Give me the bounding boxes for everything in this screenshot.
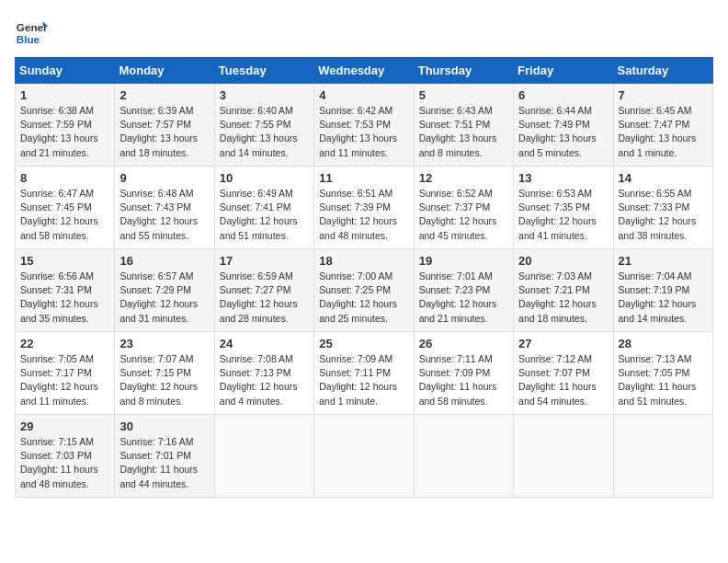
day-info: Sunrise: 7:11 AM Sunset: 7:09 PM Dayligh… <box>419 352 508 408</box>
calendar-week-row: 29Sunrise: 7:15 AM Sunset: 7:03 PM Dayli… <box>16 415 713 498</box>
calendar-week-row: 15Sunrise: 6:56 AM Sunset: 7:31 PM Dayli… <box>16 249 713 332</box>
calendar-cell: 7Sunrise: 6:45 AM Sunset: 7:47 PM Daylig… <box>613 84 712 167</box>
day-header-thursday: Thursday <box>414 58 513 84</box>
calendar-cell: 9Sunrise: 6:48 AM Sunset: 7:43 PM Daylig… <box>115 167 214 249</box>
calendar-cell: 4Sunrise: 6:42 AM Sunset: 7:53 PM Daylig… <box>314 84 414 167</box>
calendar-cell: 23Sunrise: 7:07 AM Sunset: 7:15 PM Dayli… <box>115 332 214 415</box>
day-number: 29 <box>20 419 109 433</box>
calendar-week-row: 1Sunrise: 6:38 AM Sunset: 7:59 PM Daylig… <box>16 84 713 167</box>
day-info: Sunrise: 7:15 AM Sunset: 7:03 PM Dayligh… <box>20 435 109 491</box>
calendar-cell: 2Sunrise: 6:39 AM Sunset: 7:57 PM Daylig… <box>115 84 214 167</box>
day-info: Sunrise: 7:05 AM Sunset: 7:17 PM Dayligh… <box>20 352 109 408</box>
calendar-cell: 17Sunrise: 6:59 AM Sunset: 7:27 PM Dayli… <box>214 249 313 332</box>
day-number: 9 <box>119 171 209 185</box>
day-number: 11 <box>319 171 408 185</box>
calendar-cell: 10Sunrise: 6:49 AM Sunset: 7:41 PM Dayli… <box>214 167 313 249</box>
svg-text:Blue: Blue <box>17 33 40 45</box>
day-number: 10 <box>220 171 309 185</box>
calendar-week-row: 22Sunrise: 7:05 AM Sunset: 7:17 PM Dayli… <box>16 332 713 415</box>
day-number: 4 <box>319 88 408 102</box>
day-number: 5 <box>419 88 508 102</box>
day-number: 6 <box>518 88 608 102</box>
day-number: 23 <box>119 337 209 350</box>
day-number: 25 <box>319 337 408 350</box>
day-info: Sunrise: 7:07 AM Sunset: 7:15 PM Dayligh… <box>119 352 209 408</box>
day-header-sunday: Sunday <box>16 58 115 84</box>
day-number: 26 <box>419 337 508 350</box>
calendar-cell: 15Sunrise: 6:56 AM Sunset: 7:31 PM Dayli… <box>16 249 115 332</box>
calendar-cell: 12Sunrise: 6:52 AM Sunset: 7:37 PM Dayli… <box>414 167 513 249</box>
day-info: Sunrise: 7:00 AM Sunset: 7:25 PM Dayligh… <box>319 270 408 326</box>
day-info: Sunrise: 6:44 AM Sunset: 7:49 PM Dayligh… <box>518 104 608 160</box>
day-number: 30 <box>119 419 209 433</box>
calendar-week-row: 8Sunrise: 6:47 AM Sunset: 7:45 PM Daylig… <box>16 167 713 249</box>
day-number: 12 <box>419 171 508 185</box>
day-info: Sunrise: 6:45 AM Sunset: 7:47 PM Dayligh… <box>619 104 708 160</box>
day-info: Sunrise: 6:42 AM Sunset: 7:53 PM Dayligh… <box>319 104 408 160</box>
day-number: 22 <box>20 337 109 350</box>
calendar-cell: 30Sunrise: 7:16 AM Sunset: 7:01 PM Dayli… <box>115 415 214 498</box>
calendar-cell: 1Sunrise: 6:38 AM Sunset: 7:59 PM Daylig… <box>16 84 115 167</box>
calendar-cell: 14Sunrise: 6:55 AM Sunset: 7:33 PM Dayli… <box>613 167 712 249</box>
day-number: 19 <box>419 254 508 268</box>
calendar-cell: 21Sunrise: 7:04 AM Sunset: 7:19 PM Dayli… <box>613 249 712 332</box>
calendar-cell: 16Sunrise: 6:57 AM Sunset: 7:29 PM Dayli… <box>115 249 214 332</box>
day-number: 7 <box>619 88 708 102</box>
day-number: 16 <box>119 254 209 268</box>
day-info: Sunrise: 7:16 AM Sunset: 7:01 PM Dayligh… <box>119 435 209 491</box>
day-number: 2 <box>119 88 209 102</box>
calendar-cell: 25Sunrise: 7:09 AM Sunset: 7:11 PM Dayli… <box>314 332 414 415</box>
day-number: 24 <box>220 337 309 350</box>
day-info: Sunrise: 7:08 AM Sunset: 7:13 PM Dayligh… <box>220 352 309 408</box>
day-info: Sunrise: 6:38 AM Sunset: 7:59 PM Dayligh… <box>20 104 109 160</box>
day-header-monday: Monday <box>115 58 214 84</box>
calendar-cell: 28Sunrise: 7:13 AM Sunset: 7:05 PM Dayli… <box>613 332 712 415</box>
day-info: Sunrise: 7:09 AM Sunset: 7:11 PM Dayligh… <box>319 352 408 408</box>
calendar-cell: 26Sunrise: 7:11 AM Sunset: 7:09 PM Dayli… <box>414 332 513 415</box>
calendar-table: SundayMondayTuesdayWednesdayThursdayFrid… <box>15 57 713 498</box>
day-info: Sunrise: 7:03 AM Sunset: 7:21 PM Dayligh… <box>518 270 608 326</box>
day-info: Sunrise: 7:01 AM Sunset: 7:23 PM Dayligh… <box>419 270 508 326</box>
day-number: 20 <box>518 254 608 268</box>
day-number: 13 <box>518 171 608 185</box>
day-number: 27 <box>518 337 608 350</box>
day-info: Sunrise: 6:55 AM Sunset: 7:33 PM Dayligh… <box>619 187 708 243</box>
day-info: Sunrise: 7:12 AM Sunset: 7:07 PM Dayligh… <box>518 352 608 408</box>
day-number: 3 <box>220 88 309 102</box>
day-header-wednesday: Wednesday <box>314 58 414 84</box>
calendar-cell <box>414 415 513 498</box>
day-info: Sunrise: 6:47 AM Sunset: 7:45 PM Dayligh… <box>20 187 109 243</box>
day-info: Sunrise: 6:59 AM Sunset: 7:27 PM Dayligh… <box>220 270 309 326</box>
day-number: 18 <box>319 254 408 268</box>
calendar-cell: 13Sunrise: 6:53 AM Sunset: 7:35 PM Dayli… <box>514 167 613 249</box>
logo: General Blue <box>15 15 51 48</box>
calendar-cell: 5Sunrise: 6:43 AM Sunset: 7:51 PM Daylig… <box>414 84 513 167</box>
day-info: Sunrise: 6:53 AM Sunset: 7:35 PM Dayligh… <box>518 187 608 243</box>
day-info: Sunrise: 6:49 AM Sunset: 7:41 PM Dayligh… <box>220 187 309 243</box>
calendar-header-row: SundayMondayTuesdayWednesdayThursdayFrid… <box>16 58 713 84</box>
day-header-tuesday: Tuesday <box>214 58 313 84</box>
calendar-cell <box>214 415 313 498</box>
day-header-saturday: Saturday <box>613 58 712 84</box>
day-info: Sunrise: 6:39 AM Sunset: 7:57 PM Dayligh… <box>119 104 209 160</box>
day-number: 17 <box>220 254 309 268</box>
calendar-cell: 8Sunrise: 6:47 AM Sunset: 7:45 PM Daylig… <box>16 167 115 249</box>
calendar-cell: 3Sunrise: 6:40 AM Sunset: 7:55 PM Daylig… <box>214 84 313 167</box>
calendar-cell: 20Sunrise: 7:03 AM Sunset: 7:21 PM Dayli… <box>514 249 613 332</box>
calendar-cell: 6Sunrise: 6:44 AM Sunset: 7:49 PM Daylig… <box>514 84 613 167</box>
logo-icon: General Blue <box>15 15 48 48</box>
day-info: Sunrise: 7:13 AM Sunset: 7:05 PM Dayligh… <box>619 352 708 408</box>
calendar-cell: 29Sunrise: 7:15 AM Sunset: 7:03 PM Dayli… <box>16 415 115 498</box>
day-number: 14 <box>619 171 708 185</box>
day-number: 1 <box>20 88 109 102</box>
day-info: Sunrise: 6:40 AM Sunset: 7:55 PM Dayligh… <box>220 104 309 160</box>
calendar-cell <box>514 415 613 498</box>
day-info: Sunrise: 6:43 AM Sunset: 7:51 PM Dayligh… <box>419 104 508 160</box>
calendar-cell <box>613 415 712 498</box>
day-info: Sunrise: 6:52 AM Sunset: 7:37 PM Dayligh… <box>419 187 508 243</box>
day-info: Sunrise: 6:48 AM Sunset: 7:43 PM Dayligh… <box>119 187 209 243</box>
calendar-cell: 19Sunrise: 7:01 AM Sunset: 7:23 PM Dayli… <box>414 249 513 332</box>
calendar-cell: 24Sunrise: 7:08 AM Sunset: 7:13 PM Dayli… <box>214 332 313 415</box>
day-info: Sunrise: 7:04 AM Sunset: 7:19 PM Dayligh… <box>619 270 708 326</box>
day-info: Sunrise: 6:56 AM Sunset: 7:31 PM Dayligh… <box>20 270 109 326</box>
